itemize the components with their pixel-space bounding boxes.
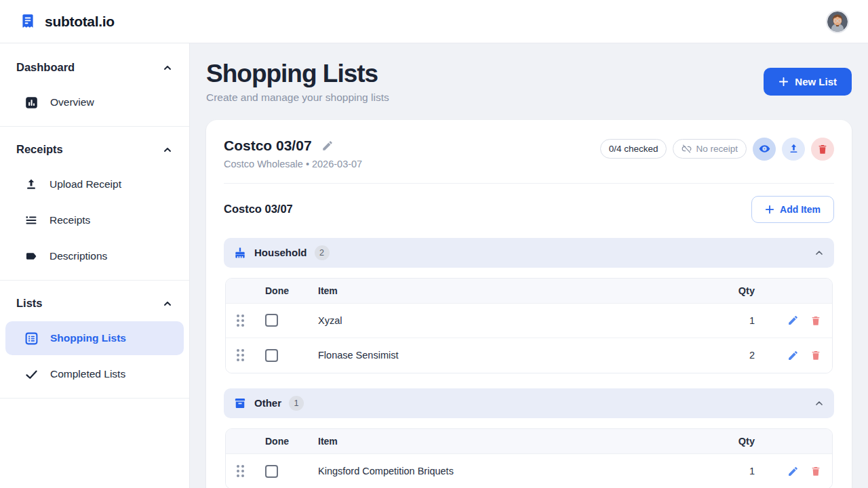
brand-name: subtotal.io	[45, 14, 115, 30]
section-label: Receipts	[16, 143, 63, 156]
table-header-row: Done Item Qty	[226, 279, 832, 304]
card-header: Costco 03/07 Costco Wholesale • 2026-03-…	[224, 138, 834, 169]
table-header-row: Done Item Qty	[226, 429, 832, 454]
item-name: Kingsford Competition Briquets	[318, 466, 713, 476]
sidebar-item-overview[interactable]: Overview	[5, 85, 184, 119]
unlink-icon	[682, 144, 692, 154]
table-row: Kingsford Competition Briquets 1	[226, 454, 832, 488]
group-header-other[interactable]: Other 1	[224, 388, 834, 418]
col-item: Item	[318, 285, 713, 296]
drag-handle-icon[interactable]	[237, 349, 244, 361]
receipt-logo-icon	[19, 13, 37, 30]
plus-icon	[778, 77, 789, 87]
drag-handle-icon[interactable]	[237, 465, 244, 477]
view-list-button[interactable]	[753, 138, 776, 161]
checked-count-badge: 0/4 checked	[600, 139, 667, 159]
collapse-group-button[interactable]	[814, 247, 825, 258]
table-row: Flonase Sensimist 2	[226, 338, 832, 373]
section-label: Dashboard	[16, 61, 75, 74]
brush-icon	[233, 246, 247, 260]
sidebar-item-shopping-lists[interactable]: Shopping Lists	[5, 321, 184, 355]
list-icon	[24, 214, 38, 227]
list-title: Costco 03/07	[224, 138, 312, 154]
col-item: Item	[318, 436, 713, 447]
sidebar-section-dashboard[interactable]: Dashboard	[0, 52, 189, 83]
chevron-up-icon	[162, 62, 173, 73]
page-title: Shopping Lists	[206, 60, 389, 89]
edit-title-button[interactable]	[320, 138, 335, 153]
plus-icon	[765, 205, 774, 214]
table-row: Xyzal 1	[226, 304, 832, 338]
item-table-other: Done Item Qty Kingsford Competition Briq…	[225, 428, 833, 488]
sidebar-item-descriptions[interactable]: Descriptions	[5, 239, 184, 273]
col-qty: Qty	[722, 285, 755, 296]
group-name: Household	[254, 247, 307, 258]
page-subtitle: Create and manage your shopping lists	[206, 92, 389, 104]
col-done: Done	[265, 436, 309, 447]
drag-handle-icon[interactable]	[237, 314, 244, 327]
sidebar-item-label: Completed Lists	[50, 368, 125, 380]
inner-list-title: Costco 03/07	[224, 203, 293, 216]
item-name: Flonase Sensimist	[318, 350, 713, 361]
box-icon	[233, 396, 247, 410]
group-name: Other	[254, 397, 281, 409]
group-count-badge: 1	[289, 396, 304, 411]
divider	[224, 183, 834, 184]
item-qty: 1	[722, 466, 755, 476]
sidebar-item-upload-receipt[interactable]: Upload Receipt	[5, 167, 184, 201]
add-item-button[interactable]: Add Item	[751, 196, 834, 223]
chevron-up-icon	[162, 144, 173, 155]
sidebar: Dashboard Overview Receipts Upload Recei…	[0, 43, 190, 488]
sidebar-section-lists[interactable]: Lists	[0, 287, 189, 319]
chevron-up-icon	[162, 298, 173, 309]
list-box-icon	[24, 331, 39, 346]
item-qty: 1	[722, 315, 755, 326]
delete-item-button[interactable]	[810, 315, 821, 326]
delete-list-button[interactable]	[811, 138, 834, 161]
card-controls: 0/4 checked No receipt	[600, 138, 834, 161]
item-checkbox[interactable]	[265, 465, 278, 478]
sidebar-item-receipts[interactable]: Receipts	[5, 203, 184, 237]
group-count-badge: 2	[315, 245, 330, 260]
col-done: Done	[265, 285, 309, 296]
item-name: Xyzal	[318, 315, 713, 326]
sidebar-item-label: Receipts	[50, 214, 90, 226]
upload-receipt-button[interactable]	[782, 138, 805, 161]
edit-item-button[interactable]	[787, 350, 799, 361]
sidebar-item-label: Overview	[50, 96, 94, 108]
collapse-group-button[interactable]	[814, 398, 825, 409]
delete-item-button[interactable]	[810, 466, 821, 476]
upload-icon	[24, 178, 38, 191]
main-content: Shopping Lists Create and manage your sh…	[190, 43, 868, 488]
sidebar-item-label: Descriptions	[50, 250, 107, 262]
edit-item-button[interactable]	[787, 466, 799, 477]
list-meta: Costco Wholesale • 2026-03-07	[224, 159, 362, 169]
item-qty: 2	[722, 350, 755, 361]
brand[interactable]: subtotal.io	[19, 13, 115, 30]
new-list-button[interactable]: New List	[764, 68, 852, 96]
no-receipt-badge: No receipt	[673, 139, 747, 159]
bar-chart-icon	[24, 96, 39, 110]
delete-item-button[interactable]	[810, 350, 821, 361]
tag-icon	[24, 249, 38, 263]
item-checkbox[interactable]	[265, 349, 278, 362]
sidebar-item-label: Upload Receipt	[50, 178, 121, 190]
shopping-list-card: Costco 03/07 Costco Wholesale • 2026-03-…	[206, 120, 852, 488]
edit-item-button[interactable]	[787, 314, 799, 326]
section-label: Lists	[16, 297, 43, 310]
item-checkbox[interactable]	[265, 314, 278, 327]
sidebar-item-label: Shopping Lists	[50, 332, 126, 344]
sidebar-item-completed-lists[interactable]: Completed Lists	[5, 357, 184, 391]
page-header: Shopping Lists Create and manage your sh…	[206, 60, 852, 104]
item-table-household: Done Item Qty Xyzal 1	[225, 278, 833, 373]
divider	[0, 126, 189, 127]
list-toolbar: Costco 03/07 Add Item	[224, 196, 834, 223]
check-icon	[24, 367, 39, 382]
group-header-household[interactable]: Household 2	[224, 238, 834, 268]
top-bar: subtotal.io	[0, 0, 868, 43]
user-avatar[interactable]	[826, 10, 849, 33]
col-qty: Qty	[722, 436, 755, 447]
sidebar-section-receipts[interactable]: Receipts	[0, 134, 189, 165]
divider	[0, 398, 189, 399]
divider	[0, 280, 189, 281]
